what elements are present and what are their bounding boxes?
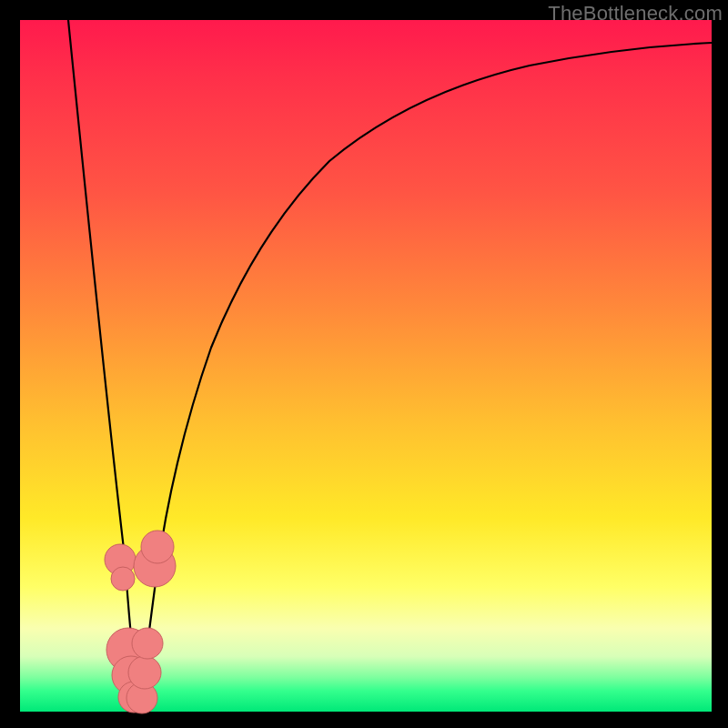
chart-plot-area	[20, 20, 712, 712]
chart-frame: TheBottleneck.com	[0, 0, 728, 728]
watermark-label: TheBottleneck.com	[548, 2, 723, 25]
chart-svg	[20, 20, 712, 712]
chart-marker	[141, 531, 174, 563]
chart-marker	[128, 656, 161, 689]
chart-marker	[132, 628, 163, 659]
curve-right-branch	[139, 43, 712, 712]
chart-marker	[111, 567, 135, 591]
curve-left-branch	[68, 20, 139, 712]
marker-group	[105, 531, 176, 713]
